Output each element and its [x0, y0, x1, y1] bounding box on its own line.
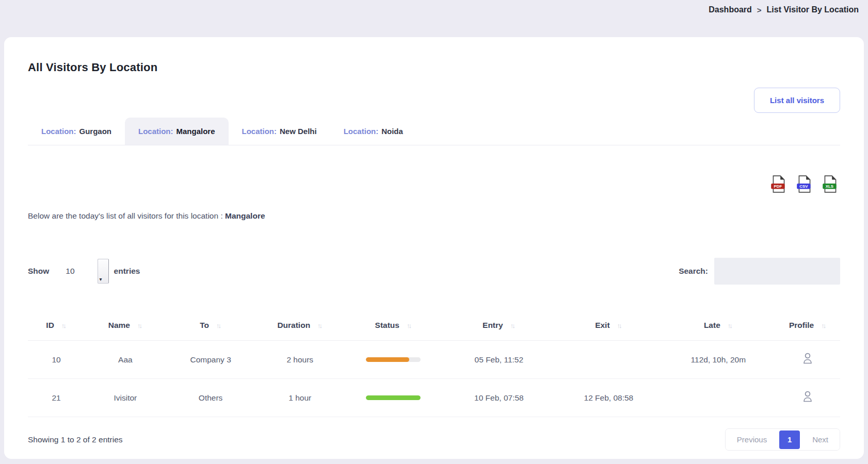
tab-location-noida[interactable]: Location: Noida: [330, 118, 416, 145]
export-csv-button[interactable]: CSV: [795, 174, 814, 194]
sort-icon[interactable]: ↑↓: [216, 322, 221, 329]
breadcrumb: Dashboard > List Visitor By Location: [709, 5, 859, 14]
cell-entry: 05 Feb, 11:52: [442, 341, 556, 379]
table-row: 21 Ivisitor Others 1 hour 10 Feb, 07:58 …: [28, 379, 840, 417]
entries-label: entries: [114, 267, 140, 276]
cell-profile: [775, 341, 840, 379]
entries-summary: Showing 1 to 2 of 2 entries: [28, 435, 123, 444]
chevron-down-icon: ▾: [100, 277, 102, 282]
cell-duration: 1 hour: [255, 379, 345, 417]
export-pdf-button[interactable]: PDF: [769, 174, 789, 194]
column-header-status[interactable]: Status: [375, 321, 399, 330]
profile-button[interactable]: [802, 352, 813, 365]
cell-entry: 10 Feb, 07:58: [442, 379, 556, 417]
column-header-exit[interactable]: Exit: [595, 321, 609, 330]
column-header-late[interactable]: Late: [704, 321, 720, 330]
column-header-name[interactable]: Name: [108, 321, 130, 330]
pdf-file-icon: PDF: [769, 174, 789, 194]
status-progress-bar: [366, 357, 421, 362]
table-row: 10 Aaa Company 3 2 hours 05 Feb, 11:52 1…: [28, 341, 840, 379]
cell-exit: [556, 341, 662, 379]
tab-location-gurgaon[interactable]: Location: Gurgaon: [28, 118, 125, 145]
breadcrumb-dashboard[interactable]: Dashboard: [709, 5, 752, 14]
profile-button[interactable]: [802, 390, 813, 403]
location-tabs: Location: Gurgaon Location: Mangalore Lo…: [28, 118, 840, 145]
sort-icon[interactable]: ↑↓: [317, 322, 323, 329]
column-header-duration[interactable]: Duration: [277, 321, 310, 330]
tab-prefix: Location:: [344, 127, 379, 136]
sort-icon[interactable]: ↑↓: [617, 322, 622, 329]
page-size-control: Show 10 ▾ entries: [28, 259, 140, 284]
status-progress-bar: [366, 395, 421, 400]
description-text: Below are the today's list of all visito…: [28, 211, 223, 220]
description-location: Mangalore: [225, 211, 265, 220]
previous-page-button[interactable]: Previous: [726, 429, 778, 450]
column-header-id[interactable]: ID: [46, 321, 54, 330]
person-icon: [802, 390, 813, 403]
sort-icon[interactable]: ↑↓: [821, 322, 826, 329]
xls-file-icon: XLS: [821, 174, 840, 194]
search-input[interactable]: [714, 258, 840, 285]
export-xls-button[interactable]: XLS: [821, 174, 840, 194]
tab-name: Mangalore: [176, 127, 215, 136]
column-header-profile[interactable]: Profile: [789, 321, 814, 330]
cell-to: Others: [166, 379, 255, 417]
tab-prefix: Location:: [41, 127, 76, 136]
cell-profile: [775, 379, 840, 417]
sort-icon[interactable]: ↑↓: [728, 322, 733, 329]
cell-status: [345, 379, 442, 417]
list-all-visitors-button[interactable]: List all visitors: [754, 88, 840, 113]
page-size-select[interactable]: ▾: [98, 259, 109, 284]
export-buttons: PDF CSV XLS: [28, 174, 840, 194]
tab-name: New Delhi: [280, 127, 317, 136]
tab-name: Gurgaon: [79, 127, 112, 136]
tab-prefix: Location:: [138, 127, 173, 136]
svg-text:XLS: XLS: [826, 184, 833, 189]
sort-icon[interactable]: ↑↓: [510, 322, 516, 329]
cell-duration: 2 hours: [255, 341, 345, 379]
current-page-button[interactable]: 1: [779, 430, 800, 449]
cell-exit: 12 Feb, 08:58: [556, 379, 662, 417]
cell-status: [345, 341, 442, 379]
visitors-card: All Visitors By Location List all visito…: [4, 37, 864, 459]
person-icon: [802, 352, 813, 365]
cell-id: 10: [28, 341, 85, 379]
cell-id: 21: [28, 379, 85, 417]
tab-prefix: Location:: [242, 127, 277, 136]
tab-location-new-delhi[interactable]: Location: New Delhi: [229, 118, 330, 145]
breadcrumb-current: List Visitor By Location: [767, 5, 859, 14]
chevron-right-icon: >: [757, 6, 762, 14]
sort-icon[interactable]: ↑↓: [407, 322, 412, 329]
search-control: Search:: [679, 258, 840, 285]
location-description: Below are the today's list of all visito…: [28, 211, 840, 221]
column-header-to[interactable]: To: [200, 321, 209, 330]
cell-late: [662, 379, 775, 417]
search-label: Search:: [679, 267, 708, 276]
page-title: All Visitors By Location: [28, 61, 840, 74]
table-controls: Show 10 ▾ entries Search:: [28, 258, 840, 285]
sort-icon[interactable]: ↑↓: [61, 322, 67, 329]
csv-file-icon: CSV: [795, 174, 814, 194]
cell-name: Aaa: [85, 341, 166, 379]
next-page-button[interactable]: Next: [801, 429, 840, 450]
tab-location-mangalore[interactable]: Location: Mangalore: [125, 118, 229, 145]
show-label: Show: [28, 267, 49, 276]
tab-name: Noida: [381, 127, 403, 136]
page-size-value: 10: [66, 267, 74, 276]
column-header-entry[interactable]: Entry: [483, 321, 503, 330]
cell-late: 112d, 10h, 20m: [662, 341, 775, 379]
svg-text:PDF: PDF: [774, 184, 782, 189]
pagination: Previous 1 Next: [725, 428, 840, 451]
table-footer: Showing 1 to 2 of 2 entries Previous 1 N…: [28, 428, 840, 451]
sort-icon[interactable]: ↑↓: [137, 322, 142, 329]
cell-name: Ivisitor: [85, 379, 166, 417]
svg-text:CSV: CSV: [799, 184, 808, 189]
cell-to: Company 3: [166, 341, 255, 379]
table-header-row: ID↑↓ Name↑↓ To↑↓ Duration↑↓ Status↑↓ Ent…: [28, 314, 840, 341]
visitors-table: ID↑↓ Name↑↓ To↑↓ Duration↑↓ Status↑↓ Ent…: [28, 314, 840, 417]
